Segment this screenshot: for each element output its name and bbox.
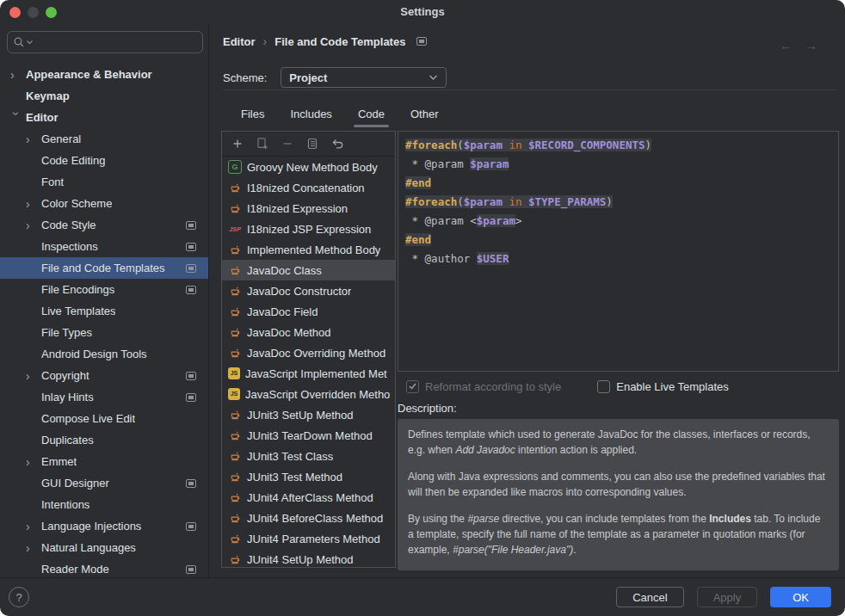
- reformat-checkbox[interactable]: [406, 380, 419, 393]
- template-item-junit3-test-method[interactable]: JUnit3 Test Method: [222, 466, 395, 487]
- chevron-down-icon[interactable]: ›: [10, 111, 22, 126]
- chevron-right-icon[interactable]: ›: [26, 521, 41, 533]
- chevron-right-icon[interactable]: ›: [26, 133, 41, 145]
- code-token: #foreach: [405, 139, 457, 151]
- per-project-badge-icon: [186, 286, 196, 294]
- sidebar-item-copyright[interactable]: ›Copyright: [0, 365, 208, 386]
- sidebar-item-live-templates[interactable]: Live Templates: [0, 300, 208, 322]
- live-templates-checkbox-group[interactable]: Enable Live Templates: [597, 380, 729, 393]
- breadcrumb-editor[interactable]: Editor: [223, 35, 256, 48]
- template-item-junit4-afterclass-method[interactable]: JUnit4 AfterClass Method: [222, 487, 395, 508]
- template-editor[interactable]: #foreach($param in $RECORD_COMPONENTS) *…: [398, 131, 839, 372]
- sidebar-item-inspections[interactable]: Inspections: [0, 236, 208, 257]
- sidebar-item-file-and-code-templates[interactable]: File and Code Templates: [0, 257, 208, 279]
- code-line: #end: [405, 231, 831, 249]
- template-item-label: JUnit3 SetUp Method: [247, 409, 354, 422]
- sidebar-item-emmet[interactable]: ›Emmet: [0, 451, 208, 472]
- chevron-right-icon[interactable]: ›: [26, 542, 41, 554]
- template-item-junit4-setup-method[interactable]: JUnit4 SetUp Method: [222, 549, 395, 567]
- template-item-groovy-new-method-body[interactable]: GGroovy New Method Body: [222, 157, 395, 177]
- reformat-checkbox-group[interactable]: Reformat according to style: [406, 380, 561, 393]
- sidebar-item-inlay-hints[interactable]: Inlay Hints: [0, 386, 208, 408]
- apply-button[interactable]: Apply: [697, 587, 758, 607]
- code-line: * @author $USER: [405, 249, 831, 268]
- sidebar-item-font[interactable]: Font: [0, 171, 208, 193]
- template-item-javadoc-overriding-method[interactable]: JavaDoc Overriding Method: [222, 342, 395, 363]
- template-item-javadoc-constructor[interactable]: JavaDoc Constructor: [222, 280, 395, 301]
- chevron-right-icon[interactable]: ›: [26, 370, 41, 382]
- settings-search-field[interactable]: [7, 31, 203, 53]
- add-template-button[interactable]: [231, 137, 244, 151]
- back-arrow-icon[interactable]: ←: [780, 38, 793, 52]
- chevron-right-icon[interactable]: ›: [26, 456, 41, 468]
- code-token: #end: [405, 176, 431, 189]
- code-token: #foreach: [405, 195, 457, 208]
- template-item-junit4-parameters-method[interactable]: JUnit4 Parameters Method: [222, 528, 395, 549]
- template-item-junit3-test-class[interactable]: JUnit3 Test Class: [222, 446, 395, 466]
- sidebar-item-editor[interactable]: ›Editor: [0, 107, 208, 128]
- description-panel[interactable]: Defines template which used to generate …: [398, 419, 839, 570]
- chevron-right-icon[interactable]: ›: [26, 219, 41, 231]
- sidebar-item-appearance-behavior[interactable]: ›Appearance & Behavior: [0, 64, 208, 85]
- ok-button[interactable]: OK: [770, 587, 831, 607]
- sidebar-item-label: GUI Designer: [41, 477, 109, 490]
- template-item-javadoc-field[interactable]: JavaDoc Field: [222, 301, 395, 322]
- sidebar-item-compose-live-edit[interactable]: Compose Live Edit: [0, 408, 208, 429]
- sidebar-item-color-scheme[interactable]: ›Color Scheme: [0, 193, 208, 214]
- tab-includes[interactable]: Includes: [277, 100, 344, 127]
- template-item-junit4-beforeclass-method[interactable]: JUnit4 BeforeClass Method: [222, 508, 395, 528]
- java-cup-icon: [228, 182, 242, 194]
- chevron-right-icon[interactable]: ›: [26, 198, 41, 210]
- cancel-button[interactable]: Cancel: [616, 587, 683, 607]
- template-item-javascript-overridden-metho[interactable]: JSJavaScript Overridden Metho: [222, 384, 395, 404]
- settings-search-input[interactable]: [34, 35, 197, 50]
- close-window-button[interactable]: [9, 7, 21, 18]
- sidebar-item-reader-mode[interactable]: Reader Mode: [0, 558, 208, 578]
- reset-to-default-button[interactable]: [330, 137, 344, 151]
- help-button[interactable]: ?: [9, 587, 29, 607]
- template-item-javadoc-method[interactable]: JavaDoc Method: [222, 322, 395, 342]
- forward-arrow-icon[interactable]: →: [805, 38, 817, 52]
- chevron-right-icon[interactable]: ›: [10, 69, 26, 81]
- jsp-file-icon: JSP: [228, 225, 242, 233]
- template-item-i18nized-jsp-expression[interactable]: JSPI18nized JSP Expression: [222, 219, 395, 239]
- tab-code[interactable]: Code: [345, 100, 398, 127]
- sidebar-item-label: Code Style: [41, 219, 96, 231]
- sidebar-item-android-design-tools[interactable]: Android Design Tools: [0, 343, 208, 365]
- template-item-junit3-teardown-method[interactable]: JUnit3 TearDown Method: [222, 425, 395, 446]
- code-token: $RECORD_COMPONENTS: [528, 139, 645, 151]
- sidebar-item-duplicates[interactable]: Duplicates: [0, 429, 208, 451]
- template-item-junit3-setup-method[interactable]: JUnit3 SetUp Method: [222, 404, 395, 425]
- code-token: >: [515, 214, 522, 227]
- copy-template-button[interactable]: [305, 137, 319, 151]
- minimize-window-button[interactable]: [28, 7, 39, 18]
- sidebar-item-code-editing[interactable]: Code Editing: [0, 150, 208, 171]
- tab-other[interactable]: Other: [398, 100, 452, 127]
- template-item-javadoc-class[interactable]: JavaDoc Class: [222, 260, 395, 280]
- zoom-window-button[interactable]: [46, 7, 57, 18]
- sidebar-item-intentions[interactable]: Intentions: [0, 494, 208, 515]
- code-token: $TYPE_PARAMS: [528, 195, 606, 208]
- tab-files[interactable]: Files: [228, 100, 277, 127]
- sidebar-item-code-style[interactable]: ›Code Style: [0, 214, 208, 236]
- sidebar-item-natural-languages[interactable]: ›Natural Languages: [0, 537, 208, 558]
- template-item-i18nized-concatenation[interactable]: I18nized Concatenation: [222, 177, 395, 198]
- sidebar-item-language-injections[interactable]: ›Language Injections: [0, 515, 208, 537]
- sidebar-item-file-encodings[interactable]: File Encodings: [0, 279, 208, 300]
- scheme-select[interactable]: Project: [281, 67, 447, 88]
- template-item-i18nized-expression[interactable]: I18nized Expression: [222, 198, 395, 219]
- sidebar-item-file-types[interactable]: File Types: [0, 322, 208, 343]
- sidebar-item-gui-designer[interactable]: GUI Designer: [0, 472, 208, 494]
- sidebar-item-general[interactable]: ›General: [0, 128, 208, 150]
- template-item-implemented-method-body[interactable]: Implemented Method Body: [222, 239, 395, 260]
- checkmark-icon: [409, 383, 416, 390]
- remove-template-button[interactable]: [281, 137, 294, 151]
- create-from-template-button[interactable]: [256, 137, 269, 151]
- code-token: * @param: [405, 157, 470, 170]
- template-item-label: Groovy New Method Body: [247, 161, 378, 174]
- live-templates-checkbox[interactable]: [597, 380, 610, 393]
- sidebar-item-keymap[interactable]: Keymap: [0, 85, 208, 107]
- template-item-javascript-implemented-met[interactable]: JSJavaScript Implemented Met: [222, 363, 395, 384]
- java-cup-icon: [228, 264, 242, 277]
- code-token: * @param <: [405, 214, 477, 227]
